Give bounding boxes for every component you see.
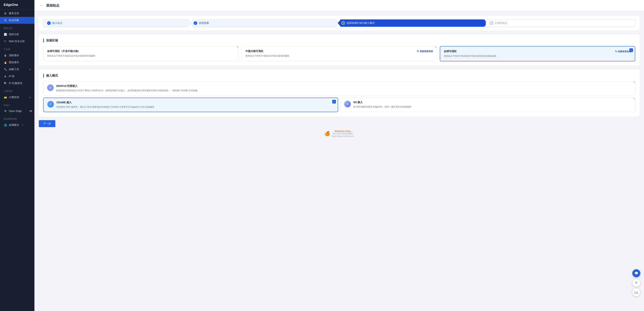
tool-icon: 🔧	[4, 68, 7, 71]
search-icon: 🔍	[4, 82, 7, 85]
sidebar-item-label: Web 安全分析	[9, 40, 25, 43]
step-box-input: ✓ 输入站点	[43, 19, 191, 27]
refresh-global-button[interactable]: ↻ 刷新检查备案	[615, 50, 631, 53]
region-card-desc: 您的站点下所有子域名将在中国大陆境内外多地区服务	[444, 54, 631, 58]
main-content: ← 添加站点 ✓ 输入站点 ✓ 选择套餐 3	[34, 0, 644, 311]
sidebar-item-label: 诊断工具	[9, 68, 19, 71]
sidebar-item-diagnose[interactable]: 🔧 诊断工具 ∨	[0, 66, 34, 73]
access-content: DNSPod 托管接入 检测到您当前的域名已托管于腾讯云 DNSPod 内，推荐…	[56, 84, 200, 92]
sidebar-item-label: 多网聚合	[9, 124, 19, 127]
gear-icon: ⚙	[4, 109, 7, 113]
region-card-desc: 您的站点下所有子域名仅在中国大陆境内服务	[246, 54, 433, 58]
refresh-cn-button[interactable]: ↻ 刷新检查备案	[417, 50, 433, 53]
step-label: 归属权验证	[495, 22, 508, 25]
sidebar-item-multi-network[interactable]: 🌐 多网聚合 ↗	[0, 122, 34, 128]
access-content: CNAME 接入 维持既有 DNS 服务商，通过在 DNS 服务商处添加指定 C…	[56, 101, 154, 109]
steps-wizard: ✓ 输入站点 ✓ 选择套餐 3 选择加速区域与接入模式	[39, 16, 640, 30]
float-buttons: 💬 ↻ 📖	[632, 269, 640, 296]
sidebar-section-tools: 工具集	[0, 45, 34, 52]
footer-icon: 🍊	[324, 131, 330, 136]
blog-desc: 专注于帮分享技术教程	[332, 132, 354, 135]
network-icon: 🌐	[4, 124, 7, 127]
corner-decoration	[434, 46, 437, 49]
step-box-region: 3 选择加速区域与接入模式	[338, 20, 487, 27]
sidebar-item-billing[interactable]: 💳 计费管理 ∨	[0, 94, 34, 101]
sidebar-section-edge-plus: Edge +	[0, 101, 34, 108]
step-2: ✓ 选择套餐	[191, 19, 339, 27]
step-box-verify: 4 归属权验证	[486, 19, 635, 27]
page-title: 添加站点	[46, 3, 59, 8]
sidebar-item-ip-lookup[interactable]: 🔍 IP 归属查询	[0, 80, 34, 87]
region-global[interactable]: 全球可用区 ↻ 刷新检查备案 您的站点下所有子域名将在中国大陆境内外多地区服务 …	[440, 46, 635, 61]
docs-button[interactable]: 📖	[632, 288, 640, 296]
access-card: 接入模式 D DNSPod 托管接入 检测到您当前的域名已托管于腾讯云 DNSP…	[39, 70, 640, 116]
step-check-icon: ✓	[194, 21, 197, 25]
access-ns[interactable]: N NS 接入 将 DNS 解析转移至 EdgeOne，支持一键开启安全/加速服…	[340, 98, 635, 112]
access-row-single: D DNSPod 托管接入 检测到您当前的域名已托管于腾讯云 DNSPod 内，…	[43, 81, 635, 96]
dnspod-icon: D	[47, 84, 54, 91]
access-row-pair: C CNAME 接入 维持既有 DNS 服务商，通过在 DNS 服务商处添加指定…	[43, 98, 635, 112]
region-global-no-cn[interactable]: 全球可用区（不含中国大陆） 您的站点下所有子域名仅在中国大陆境外区域服务	[43, 46, 239, 61]
sidebar-section-data: 数据分析	[0, 24, 34, 31]
region-card-title: 中国大陆可用区 ↻ 刷新检查备案	[246, 50, 433, 53]
step-3: 3 选择加速区域与接入模式	[339, 20, 487, 27]
access-options: D DNSPod 托管接入 检测到您当前的域名已托管于腾讯云 DNSPod 内，…	[43, 81, 635, 112]
sidebar-item-label: IP 归属查询	[9, 82, 22, 85]
access-desc: 检测到您当前的域名已托管于腾讯云 DNSPod 内，推荐使用该方式接入，支持快速…	[56, 89, 200, 92]
access-desc: 将 DNS 解析转移至 EdgeOne，支持一键开启安全/加速服务	[353, 105, 412, 108]
app-logo: EdgeOne	[0, 0, 34, 10]
sidebar-item-label: 预热缓存	[9, 61, 19, 64]
sidebar-item-ip-group[interactable]: ⊕ IP 组	[0, 73, 34, 80]
sidebar-item-open-edge[interactable]: ⚙ Open Edge ∨	[0, 108, 34, 114]
chart-icon: 📊	[4, 33, 7, 36]
sidebar-item-label: Open Edge	[9, 110, 22, 112]
access-dnspod[interactable]: D DNSPod 托管接入 检测到您当前的域名已托管于腾讯云 DNSPod 内，…	[43, 81, 635, 96]
sidebar-item-sites[interactable]: ☰ 站点列表	[0, 17, 34, 24]
region-card-title: 全球可用区（不含中国大陆）	[47, 50, 235, 53]
sidebar-item-label: IP 组	[9, 75, 14, 78]
sidebar-item-web-security[interactable]: 🛡 Web 安全分析	[0, 38, 34, 45]
list-icon: ☰	[4, 19, 7, 22]
fire-icon: 🔥	[4, 61, 7, 64]
acceleration-section-title: 加速区域	[43, 39, 635, 42]
sidebar: EdgeOne ⊞ 服务总览 ☰ 站点列表 数据分析 📊 指标分析 🛡 Web …	[0, 0, 34, 311]
action-area: 下一步	[39, 120, 640, 127]
step-1: ✓ 输入站点	[43, 19, 191, 27]
selected-checkmark: ✓	[629, 48, 633, 52]
trash-icon: 🗑	[4, 54, 7, 57]
sidebar-item-label: 计费管理	[9, 96, 19, 99]
sidebar-item-clear-cache[interactable]: 🗑 清除缓存	[0, 52, 34, 59]
step-4: 4 归属权验证	[487, 19, 635, 27]
refresh-icon: ↻	[417, 50, 419, 53]
sidebar-item-label: 站点列表	[9, 19, 19, 22]
region-cn-only[interactable]: 中国大陆可用区 ↻ 刷新检查备案 您的站点下所有子域名仅在中国大陆境内服务	[242, 46, 437, 61]
support-button[interactable]: 💬	[632, 269, 640, 277]
refresh-button[interactable]: ↻	[632, 279, 640, 287]
step-label: 选择套餐	[199, 22, 209, 25]
chevron-icon: ∨	[29, 68, 31, 71]
step-check-icon: ✓	[47, 21, 51, 25]
corner-decoration	[632, 98, 635, 101]
back-button[interactable]: ←	[39, 3, 44, 8]
cname-icon: C	[47, 101, 54, 108]
sidebar-section-billing: 计费管理	[0, 87, 34, 94]
access-title: CNAME 接入	[56, 101, 154, 104]
blog-url: https://www.mintimate.cn	[332, 135, 354, 137]
region-options: 全球可用区（不含中国大陆） 您的站点下所有子域名仅在中国大陆境外区域服务 中国大…	[43, 46, 635, 61]
sidebar-item-overview[interactable]: ⊞ 服务总览	[0, 10, 34, 17]
sidebar-item-label: 清除缓存	[9, 54, 19, 57]
step-label: 选择加速区域与接入模式	[346, 22, 375, 25]
ns-icon: N	[344, 101, 351, 107]
next-button[interactable]: 下一步	[39, 120, 55, 127]
footer-watermark: 🍊 Mintimate's Blog 专注于帮分享技术教程 https://ww…	[39, 127, 640, 140]
page-header: ← 添加站点	[34, 0, 644, 11]
sidebar-item-preheat-cache[interactable]: 🔥 预热缓存	[0, 59, 34, 66]
selected-checkmark: ✓	[332, 100, 336, 104]
refresh-icon: ↻	[615, 50, 617, 53]
sidebar-item-metrics[interactable]: 📊 指标分析	[0, 31, 34, 38]
step-box-plan: ✓ 选择套餐	[190, 19, 339, 27]
corner-decoration	[236, 46, 238, 49]
access-cname[interactable]: C CNAME 接入 维持既有 DNS 服务商，通过在 DNS 服务商处添加指定…	[43, 98, 338, 112]
access-section-title: 接入模式	[43, 74, 635, 78]
region-card-desc: 您的站点下所有子域名仅在中国大陆境外区域服务	[47, 54, 235, 58]
